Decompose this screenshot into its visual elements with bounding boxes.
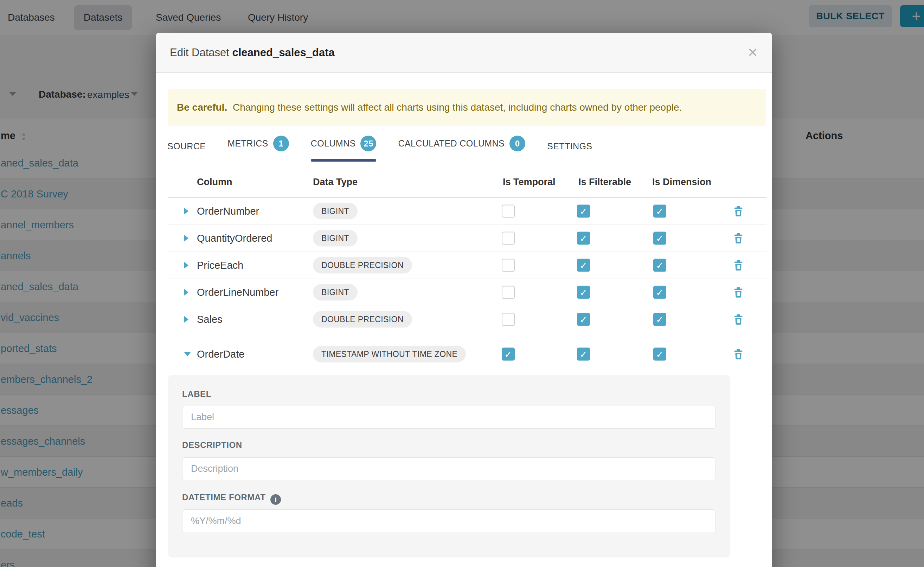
column-header-column: Column: [197, 177, 232, 188]
data-type-pill: TIMESTAMP WITHOUT TIME ZONE: [313, 346, 466, 363]
delete-column-trash-icon[interactable]: [733, 206, 743, 217]
is-dimension-checkbox[interactable]: ✓: [653, 259, 666, 272]
warning-banner: Be careful. Changing these settings will…: [168, 89, 766, 126]
column-name: OrderDate: [197, 348, 244, 360]
tab-label: CALCULATED COLUMNS: [398, 138, 504, 148]
tab-label: METRICS: [227, 138, 268, 148]
column-row-OrderDate: OrderDateTIMESTAMP WITHOUT TIME ZONE✓✓✓: [168, 333, 766, 375]
data-type-pill: BIGINT: [313, 230, 358, 247]
is-temporal-checkbox[interactable]: ✓: [502, 348, 515, 361]
column-header-is-dimension: Is Dimension: [652, 177, 711, 188]
column-editor-panel: LABEL DESCRIPTION DATETIME FORMATi: [168, 375, 730, 558]
is-temporal-checkbox[interactable]: [502, 232, 515, 245]
modal-tabs: SOURCEMETRICS1COLUMNS25CALCULATED COLUMN…: [168, 126, 766, 160]
collapse-caret-icon[interactable]: [184, 352, 191, 357]
column-row-Sales: SalesDOUBLE PRECISION✓✓: [168, 306, 766, 333]
expand-caret-icon[interactable]: [184, 208, 188, 214]
column-name: OrderNumber: [197, 206, 259, 217]
column-row-OrderNumber: OrderNumberBIGINT✓✓: [168, 198, 766, 225]
info-icon[interactable]: i: [270, 494, 281, 505]
is-dimension-checkbox[interactable]: ✓: [653, 205, 666, 218]
expand-caret-icon[interactable]: [184, 262, 188, 269]
tab-count-badge: 1: [273, 136, 289, 152]
expand-caret-icon[interactable]: [184, 316, 188, 323]
tab-label: SETTINGS: [547, 141, 592, 152]
is-filterable-checkbox[interactable]: ✓: [577, 286, 590, 299]
is-temporal-checkbox[interactable]: [502, 259, 515, 272]
column-header-data-type: Data Type: [313, 177, 358, 188]
is-temporal-checkbox[interactable]: [502, 313, 515, 326]
warning-bold: Be careful.: [177, 102, 227, 113]
is-filterable-checkbox[interactable]: ✓: [577, 205, 590, 218]
is-dimension-checkbox[interactable]: ✓: [653, 232, 666, 245]
screen: Databases Datasets Saved Queries Query H…: [0, 0, 924, 567]
column-name: OrderLineNumber: [197, 286, 278, 298]
column-name: Sales: [197, 314, 223, 325]
modal-header: Edit Dataset cleaned_sales_data ✕: [156, 33, 772, 73]
modal-dataset-name: cleaned_sales_data: [232, 46, 335, 58]
tab-source[interactable]: SOURCE: [167, 141, 206, 153]
is-dimension-checkbox[interactable]: ✓: [653, 348, 666, 361]
label-input[interactable]: [182, 406, 716, 429]
tab-settings[interactable]: SETTINGS: [547, 141, 592, 153]
is-dimension-checkbox[interactable]: ✓: [653, 313, 666, 326]
data-type-pill: BIGINT: [313, 203, 358, 220]
datetime-format-input[interactable]: [182, 509, 716, 533]
edit-dataset-modal: Edit Dataset cleaned_sales_data ✕ Be car…: [156, 33, 772, 567]
columns-table-rows: OrderNumberBIGINT✓✓QuantityOrderedBIGINT…: [168, 198, 766, 375]
expand-caret-icon[interactable]: [184, 235, 188, 242]
column-row-OrderLineNumber: OrderLineNumberBIGINT✓✓: [168, 279, 766, 306]
delete-column-trash-icon[interactable]: [733, 348, 743, 360]
is-filterable-checkbox[interactable]: ✓: [577, 313, 590, 326]
tab-calculated-columns[interactable]: CALCULATED COLUMNS0: [398, 136, 525, 153]
column-name: QuantityOrdered: [197, 232, 272, 244]
description-field-label: DESCRIPTION: [182, 440, 242, 450]
data-type-pill: DOUBLE PRECISION: [313, 311, 412, 328]
is-filterable-checkbox[interactable]: ✓: [577, 348, 590, 361]
column-name: PriceEach: [197, 260, 243, 271]
tab-label: SOURCE: [167, 141, 206, 152]
close-icon[interactable]: ✕: [748, 46, 758, 59]
column-row-PriceEach: PriceEachDOUBLE PRECISION✓✓: [168, 252, 766, 279]
column-row-QuantityOrdered: QuantityOrderedBIGINT✓✓: [168, 225, 766, 252]
description-input[interactable]: [182, 458, 716, 480]
tab-label: COLUMNS: [311, 138, 356, 148]
delete-column-trash-icon[interactable]: [733, 260, 743, 271]
warning-text: Be careful. Changing these settings will…: [177, 102, 682, 113]
is-dimension-checkbox[interactable]: ✓: [653, 286, 666, 299]
datetime-format-text: DATETIME FORMAT: [182, 492, 265, 502]
delete-column-trash-icon[interactable]: [733, 314, 743, 325]
columns-table-header: Column Data Type Is Temporal Is Filterab…: [168, 165, 766, 198]
column-header-is-temporal: Is Temporal: [503, 177, 555, 188]
modal-title-prefix: Edit Dataset: [170, 46, 229, 58]
label-field-label: LABEL: [182, 389, 211, 399]
tab-columns[interactable]: COLUMNS25: [311, 136, 376, 153]
is-temporal-checkbox[interactable]: [502, 205, 515, 218]
column-header-is-filterable: Is Filterable: [578, 177, 631, 188]
delete-column-trash-icon[interactable]: [733, 286, 743, 298]
delete-column-trash-icon[interactable]: [733, 232, 743, 244]
data-type-pill: BIGINT: [313, 284, 358, 301]
tab-metrics[interactable]: METRICS1: [227, 136, 289, 153]
is-temporal-checkbox[interactable]: [502, 286, 515, 299]
tab-count-badge: 25: [360, 136, 376, 152]
data-type-pill: DOUBLE PRECISION: [313, 257, 412, 274]
warning-body: Changing these settings will affect all …: [233, 102, 682, 113]
is-filterable-checkbox[interactable]: ✓: [577, 232, 590, 245]
expand-caret-icon[interactable]: [184, 289, 188, 296]
datetime-format-field-label: DATETIME FORMATi: [182, 492, 281, 505]
is-filterable-checkbox[interactable]: ✓: [577, 259, 590, 272]
tab-count-badge: 0: [509, 136, 525, 152]
modal-title: Edit Dataset cleaned_sales_data: [170, 46, 335, 59]
